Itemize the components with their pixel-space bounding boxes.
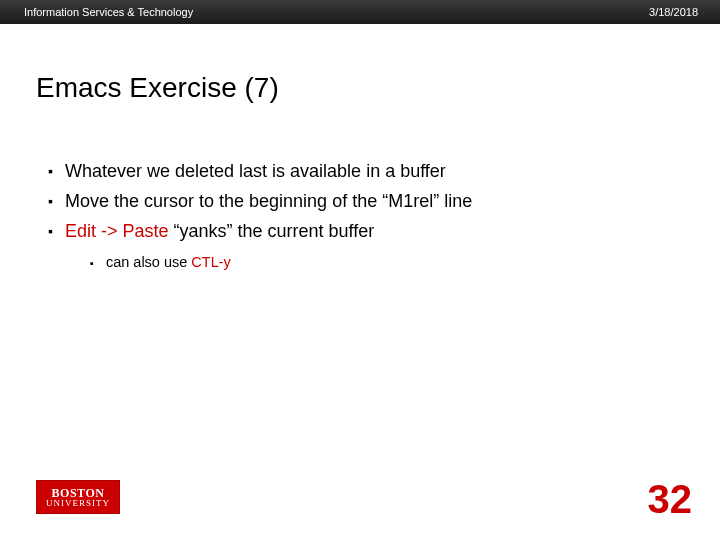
logo-line2: UNIVERSITY [46, 499, 110, 508]
bullet-item: ▪ Edit -> Paste “yanks” the current buff… [48, 218, 668, 244]
header-bar: Information Services & Technology 3/18/2… [0, 0, 720, 24]
bullet-marker-icon: ▪ [48, 161, 53, 181]
bullet-item: ▪ Whatever we deleted last is available … [48, 158, 668, 184]
bullet-item: ▪ Move the cursor to the beginning of th… [48, 188, 668, 214]
sub-bullet-list: ▪ can also use CTL-y [90, 252, 650, 274]
bullet-text-plain: “yanks” the current buffer [169, 221, 375, 241]
boston-university-logo: BOSTON UNIVERSITY [36, 480, 120, 514]
header-org: Information Services & Technology [24, 6, 193, 18]
bullet-marker-icon: ▪ [48, 191, 53, 211]
header-date: 3/18/2018 [649, 6, 698, 18]
page-number: 32 [648, 477, 693, 522]
bullet-marker-icon: ▪ [90, 255, 94, 272]
slide: Information Services & Technology 3/18/2… [0, 0, 720, 540]
bullet-list: ▪ Whatever we deleted last is available … [48, 158, 668, 248]
bullet-marker-icon: ▪ [48, 221, 53, 241]
sub-bullet-text-plain: can also use [106, 254, 191, 270]
slide-title: Emacs Exercise (7) [36, 72, 279, 104]
bullet-text: Whatever we deleted last is available in… [65, 158, 446, 184]
bullet-text: Move the cursor to the beginning of the … [65, 188, 472, 214]
sub-bullet-text-red: CTL-y [191, 254, 230, 270]
logo-line1: BOSTON [52, 487, 105, 499]
bullet-text-red: Edit -> Paste [65, 221, 169, 241]
sub-bullet-item: ▪ can also use CTL-y [90, 252, 650, 274]
sub-bullet-text: can also use CTL-y [106, 252, 231, 274]
bullet-text: Edit -> Paste “yanks” the current buffer [65, 218, 374, 244]
